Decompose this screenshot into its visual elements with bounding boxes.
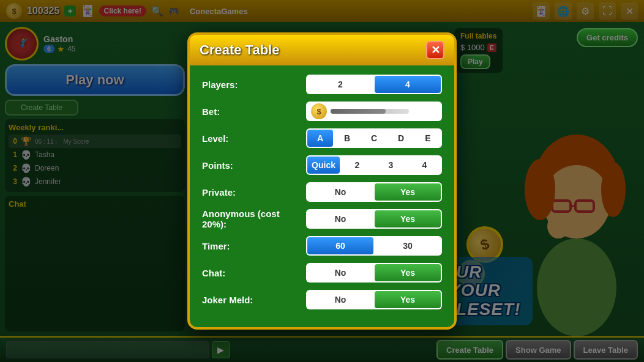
points-2-button[interactable]: 2 <box>341 157 373 174</box>
anonymous-no-button[interactable]: No <box>307 210 373 227</box>
anonymous-yes-button[interactable]: Yes <box>375 210 441 227</box>
private-row: Private: No Yes <box>202 182 442 202</box>
level-row: Level: A B C D E <box>202 128 442 149</box>
level-toggle: A B C D E <box>306 128 442 148</box>
players-4-button[interactable]: 4 <box>375 76 441 93</box>
private-no-button[interactable]: No <box>307 183 373 201</box>
chat-no-button[interactable]: No <box>307 264 373 281</box>
bet-row: Bet: $ 500 <box>202 101 442 122</box>
modal-header: Create Table ✕ <box>190 35 454 65</box>
bet-value: 500 <box>413 106 437 117</box>
joker-meld-toggle: No Yes <box>306 290 442 309</box>
modal-overlay: Create Table ✕ Players: 2 4 Bet: $ <box>0 0 644 362</box>
points-row: Points: Quick 2 3 4 <box>202 155 442 175</box>
timer-toggle: 60 30 <box>306 236 442 256</box>
bet-slider-fill <box>331 109 386 114</box>
chat-toggle: No Yes <box>306 263 442 283</box>
timer-label: Timer: <box>202 241 306 251</box>
private-yes-button[interactable]: Yes <box>375 183 441 201</box>
level-e-button[interactable]: E <box>415 130 441 147</box>
joker-meld-row: Joker Meld: No Yes <box>202 289 442 310</box>
modal-title: Create Table <box>200 42 279 58</box>
private-toggle: No Yes <box>306 182 442 202</box>
points-label: Points: <box>202 160 306 171</box>
bet-slider[interactable] <box>331 109 409 114</box>
modal-close-button[interactable]: ✕ <box>426 41 444 59</box>
players-label: Players: <box>202 79 306 90</box>
bet-coin-icon: $ <box>311 103 327 119</box>
points-quick-button[interactable]: Quick <box>307 157 340 174</box>
players-row: Players: 2 4 <box>202 74 442 95</box>
level-label: Level: <box>202 133 306 144</box>
private-label: Private: <box>202 187 306 198</box>
timer-30-button[interactable]: 30 <box>375 237 441 254</box>
anonymous-label: Anonymous (cost 20%): <box>202 209 306 229</box>
level-d-button[interactable]: D <box>388 130 414 147</box>
level-c-button[interactable]: C <box>361 130 387 147</box>
chat-row: Chat: No Yes <box>202 262 442 283</box>
joker-meld-no-button[interactable]: No <box>307 291 373 308</box>
points-4-button[interactable]: 4 <box>408 157 441 174</box>
timer-row: Timer: 60 30 <box>202 235 442 256</box>
players-2-button[interactable]: 2 <box>307 76 373 93</box>
bet-container: $ 500 <box>306 102 442 121</box>
players-toggle: 2 4 <box>306 75 442 94</box>
level-b-button[interactable]: B <box>334 130 360 147</box>
timer-60-button[interactable]: 60 <box>307 237 373 254</box>
create-table-modal: Create Table ✕ Players: 2 4 Bet: $ <box>187 32 457 330</box>
level-a-button[interactable]: A <box>307 130 333 147</box>
modal-body: Players: 2 4 Bet: $ 5 <box>190 65 454 327</box>
chat-yes-button[interactable]: Yes <box>375 264 441 281</box>
bet-label: Bet: <box>202 106 306 117</box>
chat-label: Chat: <box>202 268 306 278</box>
anonymous-row: Anonymous (cost 20%): No Yes <box>202 209 442 229</box>
joker-meld-label: Joker Meld: <box>202 295 306 305</box>
points-3-button[interactable]: 3 <box>375 157 407 174</box>
joker-meld-yes-button[interactable]: Yes <box>375 291 441 308</box>
points-toggle: Quick 2 3 4 <box>306 155 442 175</box>
anonymous-toggle: No Yes <box>306 209 442 229</box>
